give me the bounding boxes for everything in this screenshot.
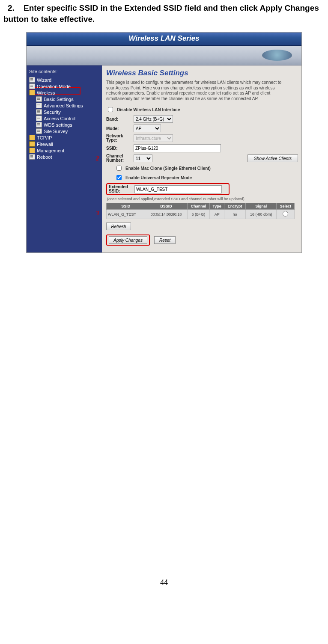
refresh-button[interactable]: Refresh (106, 223, 131, 230)
step-number: 2. (8, 3, 15, 12)
page-description: This page is used to configure the param… (106, 80, 286, 101)
apply-changes-button[interactable]: Apply Changes (109, 236, 147, 244)
sidebar-item-advanced[interactable]: Advanced Settings (28, 102, 100, 109)
disable-wlan-label: Disable Wireless LAN Interface (117, 107, 180, 112)
select-radio[interactable] (283, 211, 288, 217)
repeater-checkbox[interactable] (116, 175, 122, 180)
cell-bssid: 00:0d:14:00:80:18 (145, 210, 187, 219)
sidebar-label: Firewall (37, 142, 53, 147)
sidebar-item-opmode[interactable]: Operation Mode (28, 83, 100, 89)
highlight-box-2: Extended SSID: (106, 183, 230, 195)
header-banner (27, 46, 301, 65)
nettype-select: Infrastructure (134, 134, 173, 142)
sidebar-label: Wireless (37, 90, 55, 95)
folder-icon (29, 148, 35, 153)
sidebar-label: Access Control (44, 116, 75, 121)
doc-icon (29, 83, 35, 89)
macclone-checkbox[interactable] (116, 166, 122, 171)
ext-ssid-label: Extended SSID: (109, 185, 132, 193)
sidebar-item-basic[interactable]: Basic Settings (28, 96, 100, 102)
band-label: Band: (106, 117, 131, 122)
page-heading: Wireless Basic Settings (106, 69, 298, 77)
sidebar-label: Management (37, 148, 64, 153)
col-ssid: SSID (107, 203, 145, 210)
cell-channel: 6 (B+G) (187, 210, 210, 219)
ssid-label: SSID: (106, 146, 131, 151)
ssid-input[interactable] (134, 144, 221, 152)
cell-type: AP (210, 210, 224, 219)
embedded-screenshot: Wireless LAN Series Site contents: 1 Wiz… (26, 32, 302, 253)
folder-icon (29, 141, 35, 147)
sidebar-label: WDS settings (44, 122, 72, 128)
ext-ssid-input[interactable] (134, 185, 222, 193)
doc-icon (36, 116, 42, 121)
sidebar-label: Operation Mode (37, 84, 71, 89)
sidebar-item-wireless[interactable]: Wireless (28, 89, 100, 96)
step-text: Enter specific SSID in the Extended SSID… (3, 3, 319, 24)
col-channel: Channel (187, 203, 210, 210)
sidebar-item-reboot[interactable]: Reboot (28, 154, 100, 160)
sidebar-label: Wizard (37, 77, 51, 83)
col-bssid: BSSID (145, 203, 187, 210)
sidebar-item-wds[interactable]: WDS settings (28, 122, 100, 128)
cell-select (277, 210, 295, 219)
cell-signal: 16 (-80 dbm) (246, 210, 277, 219)
col-select: Select (277, 203, 295, 210)
mode-label: Mode: (106, 126, 131, 131)
sidebar: Site contents: 1 Wizard Operation Mode W… (27, 65, 102, 252)
doc-icon (36, 96, 42, 102)
nettype-label: Network Type: (106, 134, 131, 142)
folder-icon (29, 90, 35, 95)
sidebar-item-mgmt[interactable]: Management (28, 147, 100, 154)
sidebar-item-access[interactable]: Access Control (28, 115, 100, 122)
page-number: 44 (3, 578, 325, 587)
doc-icon (36, 122, 42, 128)
col-signal: Signal (246, 203, 277, 210)
table-row: WLAN_G_TEST 00:0d:14:00:80:18 6 (B+G) AP… (107, 210, 295, 219)
cell-ssid: WLAN_G_TEST (107, 210, 145, 219)
sidebar-item-wizard[interactable]: Wizard (28, 77, 100, 83)
channel-label: Channel Number: (106, 154, 131, 163)
sidebar-item-tcpip[interactable]: TCP/IP (28, 134, 100, 141)
callout-3: 3 (96, 210, 99, 217)
col-encrypt: Encrypt (224, 203, 246, 210)
folder-icon (29, 135, 35, 140)
sidebar-title: Site contents: (29, 69, 100, 74)
doc-icon (29, 154, 35, 160)
repeater-label: Enable Universal Repeater Mode (125, 175, 192, 180)
macclone-label: Enable Mac Clone (Single Ethernet Client… (125, 166, 211, 171)
highlight-box-3: Apply Changes (106, 234, 150, 246)
show-clients-button[interactable]: Show Active Clients (247, 154, 298, 162)
col-type: Type (210, 203, 224, 210)
sidebar-label: Security (44, 110, 61, 115)
sidebar-item-survey[interactable]: Site Survey (28, 128, 100, 134)
channel-select[interactable]: 11 (134, 154, 152, 162)
sidebar-label: Basic Settings (44, 97, 74, 102)
doc-icon (36, 128, 42, 134)
sidebar-item-security[interactable]: Security (28, 109, 100, 115)
callout-2: 2 (96, 155, 99, 162)
doc-icon (29, 77, 35, 83)
cell-encrypt: no (224, 210, 246, 219)
sidebar-label: Advanced Settings (44, 103, 83, 108)
sidebar-label: Reboot (37, 154, 52, 160)
window-title: Wireless LAN Series (27, 33, 301, 46)
reset-button[interactable]: Reset (154, 236, 176, 244)
sidebar-label: Site Survey (44, 129, 68, 134)
doc-icon (36, 109, 42, 115)
sidebar-item-firewall[interactable]: Firewall (28, 141, 100, 147)
mode-select[interactable]: AP (134, 125, 161, 132)
sidebar-label: TCP/IP (37, 135, 52, 140)
scan-results-table: SSID BSSID Channel Type Encrypt Signal S… (106, 203, 295, 219)
disable-wlan-checkbox[interactable] (108, 107, 113, 112)
instruction-text: 2. Enter specific SSID in the Extended S… (3, 3, 325, 24)
band-select[interactable]: 2.4 GHz (B+G) (134, 115, 173, 123)
update-note: (once selected and applied,extended SSID… (107, 197, 298, 201)
content-panel: 2 3 Wireless Basic Settings This page is… (102, 65, 301, 252)
doc-icon (36, 103, 42, 108)
